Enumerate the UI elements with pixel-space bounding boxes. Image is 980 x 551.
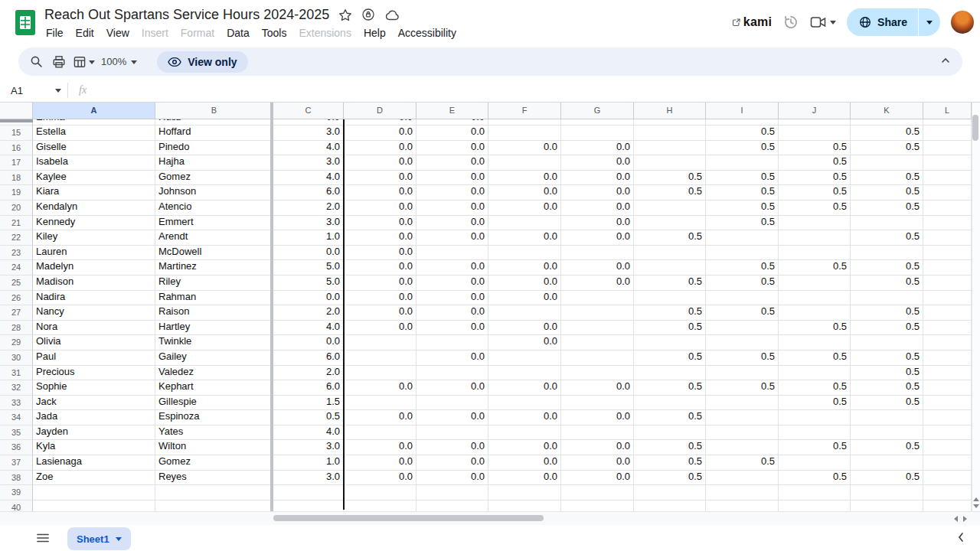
cell-I37[interactable]: 0.5 — [706, 455, 779, 471]
document-title[interactable]: Reach Out Spartans Service Hours 2024-20… — [44, 7, 329, 23]
cell-A38[interactable]: Zoe — [33, 471, 155, 486]
cell-K26[interactable] — [851, 291, 923, 306]
cell-C33[interactable]: 1.5 — [273, 396, 344, 411]
cell-K22[interactable]: 0.5 — [851, 230, 923, 246]
cell-H28[interactable]: 0.5 — [634, 321, 706, 336]
cell-E34[interactable]: 0.0 — [416, 410, 488, 425]
cell-F24[interactable]: 0.0 — [488, 260, 561, 276]
cell-H20[interactable] — [634, 201, 706, 216]
cell-H18[interactable]: 0.5 — [634, 171, 706, 186]
cell-C22[interactable]: 1.0 — [273, 230, 344, 246]
cell-E35[interactable] — [416, 425, 488, 441]
cell-D26[interactable]: 0.0 — [344, 291, 416, 306]
cell-B28[interactable]: Hartley — [155, 321, 273, 336]
cell-L32[interactable] — [923, 380, 972, 396]
cell-H26[interactable] — [634, 291, 706, 306]
row-header-24[interactable]: 24 — [0, 260, 33, 276]
cell-I24[interactable]: 0.5 — [706, 260, 779, 276]
cell-I27[interactable]: 0.5 — [706, 305, 779, 321]
cell-C29[interactable]: 0.0 — [273, 335, 344, 350]
cell-K34[interactable] — [851, 410, 923, 425]
cell-I20[interactable]: 0.5 — [706, 201, 779, 216]
scroll-down-icon[interactable] — [973, 504, 979, 511]
horizontal-scrollbar-thumb[interactable] — [273, 515, 544, 521]
cell-F19[interactable]: 0.0 — [488, 185, 561, 201]
cell-D15[interactable]: 0.0 — [344, 126, 416, 141]
cell-E16[interactable]: 0.0 — [416, 141, 488, 156]
cell-F17[interactable] — [488, 155, 561, 171]
meet-call-button[interactable] — [810, 15, 836, 29]
cell-I18[interactable]: 0.5 — [706, 171, 779, 186]
cell-D21[interactable]: 0.0 — [344, 216, 416, 231]
approvals-lock-icon[interactable] — [361, 8, 376, 22]
cell-I40[interactable] — [706, 500, 779, 511]
cell-I21[interactable]: 0.5 — [706, 216, 779, 231]
cell-G35[interactable] — [561, 425, 634, 441]
cell-G33[interactable] — [561, 396, 634, 411]
zoom-control[interactable]: 100% — [101, 56, 137, 67]
cell-K35[interactable] — [851, 425, 923, 441]
cell-D29[interactable] — [344, 335, 416, 350]
cell-J29[interactable] — [779, 335, 851, 350]
cell-J34[interactable] — [779, 410, 851, 425]
cell-E31[interactable] — [416, 366, 488, 381]
row-header-33[interactable]: 33 — [0, 396, 33, 411]
row-header-15[interactable]: 15 — [0, 126, 33, 141]
cell-G15[interactable] — [561, 126, 634, 141]
cell-L29[interactable] — [923, 335, 972, 350]
cell-C16[interactable]: 4.0 — [273, 141, 344, 156]
cell-B38[interactable]: Reyes — [155, 471, 273, 486]
cell-A24[interactable]: Madelyn — [33, 260, 155, 276]
cell-H17[interactable] — [634, 155, 706, 171]
cell-B32[interactable]: Kephart — [155, 380, 273, 396]
cell-A14[interactable]: Emma — [33, 119, 155, 126]
cell-J22[interactable] — [779, 230, 851, 246]
cell-D36[interactable]: 0.0 — [344, 440, 416, 455]
col-header-H[interactable]: H — [634, 103, 706, 119]
cell-J14[interactable] — [779, 119, 851, 126]
cell-K28[interactable]: 0.5 — [851, 321, 923, 336]
cell-B31[interactable]: Valedez — [155, 366, 273, 381]
cell-D27[interactable]: 0.0 — [344, 305, 416, 321]
cell-I38[interactable] — [706, 471, 779, 486]
cell-F23[interactable] — [488, 246, 561, 261]
cell-K36[interactable]: 0.5 — [851, 440, 923, 455]
cell-B14[interactable]: Rusz — [155, 119, 273, 126]
cell-L18[interactable] — [923, 171, 972, 186]
cell-F30[interactable] — [488, 350, 561, 366]
cell-C36[interactable]: 3.0 — [273, 440, 344, 455]
cell-I15[interactable]: 0.5 — [706, 126, 779, 141]
col-header-E[interactable]: E — [416, 103, 488, 119]
row-header-17[interactable]: 17 — [0, 155, 33, 171]
cell-H35[interactable] — [634, 425, 706, 441]
cell-E18[interactable]: 0.0 — [416, 171, 488, 186]
cell-C32[interactable]: 6.0 — [273, 380, 344, 396]
cell-F20[interactable]: 0.0 — [488, 201, 561, 216]
filter-views-icon[interactable] — [70, 51, 89, 73]
cell-K24[interactable]: 0.5 — [851, 260, 923, 276]
cell-G20[interactable]: 0.0 — [561, 201, 634, 216]
cell-L40[interactable] — [923, 500, 972, 511]
cell-I34[interactable] — [706, 410, 779, 425]
share-dropdown-button[interactable] — [919, 8, 940, 36]
cell-K17[interactable] — [851, 155, 923, 171]
cell-B16[interactable]: Pinedo — [155, 141, 273, 156]
cell-B21[interactable]: Emmert — [155, 216, 273, 231]
row-header-18[interactable]: 18 — [0, 171, 33, 186]
cell-I35[interactable] — [706, 425, 779, 441]
menu-accessibility[interactable]: Accessibility — [392, 25, 462, 41]
cell-F18[interactable]: 0.0 — [488, 171, 561, 186]
menu-view[interactable]: View — [100, 25, 136, 41]
cell-J39[interactable] — [779, 485, 851, 500]
cell-A15[interactable]: Estella — [33, 126, 155, 141]
share-button[interactable]: Share — [847, 8, 940, 36]
cell-G21[interactable]: 0.0 — [561, 216, 634, 231]
cell-K15[interactable]: 0.5 — [851, 126, 923, 141]
cell-K16[interactable]: 0.5 — [851, 141, 923, 156]
cell-F27[interactable] — [488, 305, 561, 321]
cell-D40[interactable] — [344, 500, 416, 511]
cell-L27[interactable] — [923, 305, 972, 321]
menu-data[interactable]: Data — [220, 25, 256, 41]
cell-I19[interactable]: 0.5 — [706, 185, 779, 201]
cell-H14[interactable] — [634, 119, 706, 126]
